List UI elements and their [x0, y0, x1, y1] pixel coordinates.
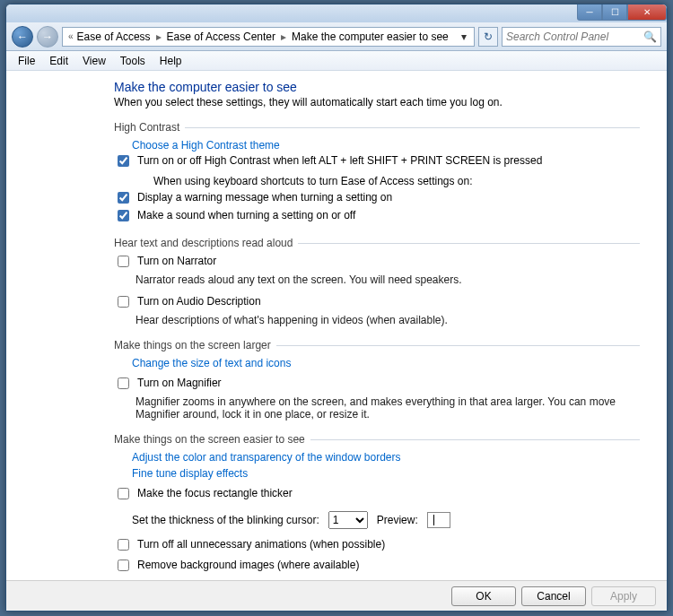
checkbox-turn-off-animations[interactable]	[118, 539, 129, 551]
desc-audio-description: Hear descriptions of what's happening in…	[135, 314, 640, 326]
group-high-contrast: High Contrast Choose a High Contrast the…	[114, 121, 640, 224]
label-high-contrast-toggle: Turn on or off High Contrast when left A…	[137, 154, 542, 167]
arrow-left-icon: ←	[17, 30, 28, 43]
checkbox-make-sound[interactable]	[118, 210, 129, 221]
link-fine-tune[interactable]: Fine tune display effects	[132, 467, 640, 480]
navbar: ← → « Ease of Access ▸ Ease of Access Ce…	[6, 22, 667, 51]
cursor-icon	[433, 515, 434, 525]
label-shortcut-intro: When using keyboard shortcuts to turn Ea…	[153, 175, 640, 187]
label-turn-off-animations: Turn off all unnecessary animations (whe…	[137, 538, 385, 551]
breadcrumb-dropdown[interactable]: ▾	[458, 30, 470, 43]
desc-magnifier: Magnifier zooms in anywhere on the scree…	[135, 395, 640, 421]
control-panel-window: ─ ☐ ✕ ← → « Ease of Access ▸ Ease of Acc…	[5, 4, 668, 612]
arrow-right-icon: →	[42, 30, 53, 43]
label-focus-rectangle: Make the focus rectangle thicker	[137, 487, 293, 499]
chevron-left-icon: «	[66, 31, 75, 41]
forward-button[interactable]: →	[37, 26, 58, 48]
group-header-high-contrast: High Contrast	[114, 121, 179, 134]
group-read-aloud: Hear text and descriptions read aloud Tu…	[114, 237, 640, 326]
menu-tools[interactable]: Tools	[114, 53, 152, 69]
checkbox-magnifier[interactable]	[118, 377, 129, 389]
close-button[interactable]: ✕	[627, 4, 667, 21]
minimize-button[interactable]: ─	[577, 4, 602, 21]
chevron-right-icon: ▸	[153, 30, 165, 43]
checkbox-high-contrast-toggle[interactable]	[118, 155, 129, 167]
label-narrator: Turn on Narrator	[137, 255, 216, 267]
search-input[interactable]: Search Control Panel 🔍	[502, 27, 661, 47]
label-make-sound: Make a sound when turning a setting on o…	[137, 209, 355, 221]
link-window-borders[interactable]: Adjust the color and transparency of the…	[132, 451, 640, 464]
label-remove-bg: Remove background images (where availabl…	[137, 559, 359, 571]
breadcrumb[interactable]: « Ease of Access ▸ Ease of Access Center…	[62, 27, 475, 47]
select-cursor-thickness[interactable]: 1	[328, 511, 368, 529]
cursor-preview	[427, 512, 450, 528]
search-icon: 🔍	[643, 30, 657, 43]
divider	[185, 127, 640, 128]
group-easier: Make things on the screen easier to see …	[114, 433, 640, 574]
page-title: Make the computer easier to see	[114, 80, 640, 94]
desc-narrator: Narrator reads aloud any text on the scr…	[135, 273, 640, 286]
back-button[interactable]: ←	[12, 26, 33, 48]
chevron-right-icon: ▸	[277, 30, 290, 43]
menubar: File Edit View Tools Help	[6, 51, 667, 71]
menu-edit[interactable]: Edit	[43, 53, 74, 69]
menu-help[interactable]: Help	[153, 53, 188, 69]
checkbox-display-warning[interactable]	[118, 192, 129, 204]
breadcrumb-item-current[interactable]: Make the computer easier to see	[292, 30, 449, 43]
footer: OK Cancel Apply	[6, 580, 667, 611]
window-controls: ─ ☐ ✕	[577, 4, 667, 22]
cancel-button[interactable]: Cancel	[521, 586, 586, 606]
maximize-button[interactable]: ☐	[602, 4, 627, 21]
group-header-easier: Make things on the screen easier to see	[114, 433, 305, 446]
breadcrumb-item-ease-of-access[interactable]: Ease of Access	[77, 30, 151, 43]
label-preview: Preview:	[377, 514, 418, 526]
menu-view[interactable]: View	[76, 53, 112, 69]
divider	[310, 439, 640, 440]
divider	[298, 243, 640, 244]
refresh-button[interactable]: ↻	[478, 27, 498, 47]
label-display-warning: Display a warning message when turning a…	[137, 191, 392, 204]
ok-button[interactable]: OK	[451, 586, 516, 606]
titlebar: ─ ☐ ✕	[6, 4, 667, 22]
menu-file[interactable]: File	[12, 53, 41, 69]
apply-button[interactable]: Apply	[591, 586, 656, 606]
divider	[276, 345, 640, 346]
label-cursor-thickness: Set the thickness of the blinking cursor…	[132, 514, 319, 526]
checkbox-narrator[interactable]	[118, 256, 129, 267]
group-header-larger: Make things on the screen larger	[114, 339, 271, 351]
link-change-size[interactable]: Change the size of text and icons	[132, 357, 640, 369]
breadcrumb-item-center[interactable]: Ease of Access Center	[167, 30, 275, 43]
group-header-read-aloud: Hear text and descriptions read aloud	[114, 237, 293, 249]
label-audio-description: Turn on Audio Description	[137, 295, 261, 308]
page-subtitle: When you select these settings, they wil…	[114, 96, 640, 108]
content-pane: Make the computer easier to see When you…	[6, 71, 667, 580]
refresh-icon: ↻	[484, 30, 493, 43]
group-larger: Make things on the screen larger Change …	[114, 339, 640, 421]
checkbox-audio-description[interactable]	[118, 296, 129, 308]
search-placeholder: Search Control Panel	[506, 30, 608, 43]
checkbox-remove-bg[interactable]	[118, 560, 129, 571]
label-magnifier: Turn on Magnifier	[137, 377, 222, 389]
checkbox-focus-rectangle[interactable]	[118, 488, 129, 499]
link-choose-high-contrast[interactable]: Choose a High Contrast theme	[132, 139, 640, 152]
